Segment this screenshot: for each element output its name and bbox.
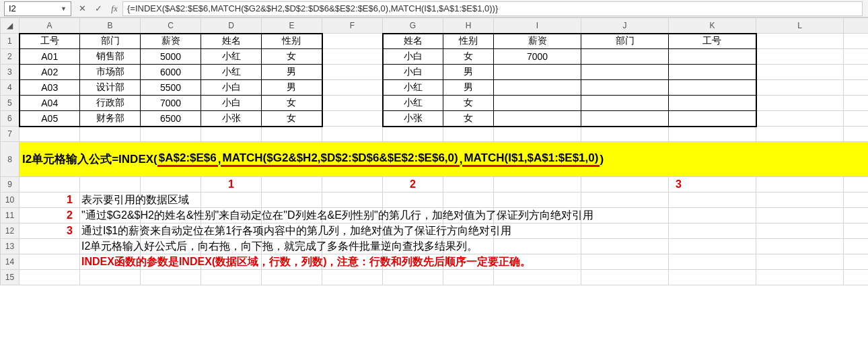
cell[interactable]	[669, 254, 756, 270]
cell[interactable]	[581, 65, 669, 80]
cell[interactable]	[262, 239, 322, 254]
cell[interactable]	[844, 270, 869, 285]
cell[interactable]	[262, 177, 322, 193]
cell[interactable]: 3	[20, 223, 80, 239]
cell[interactable]	[756, 96, 844, 111]
cell[interactable]	[844, 127, 869, 142]
cell[interactable]	[581, 223, 669, 239]
cell[interactable]	[80, 270, 141, 285]
cell[interactable]: 小红	[383, 96, 443, 111]
row-header[interactable]: 11	[1, 208, 20, 223]
cell[interactable]	[443, 177, 494, 193]
cell[interactable]: A05	[20, 111, 80, 127]
cell[interactable]: 表示要引用的数据区域	[80, 193, 141, 208]
cell[interactable]	[844, 254, 869, 270]
cell[interactable]	[20, 177, 80, 193]
cell[interactable]	[756, 254, 844, 270]
cell[interactable]	[443, 127, 494, 142]
cell[interactable]: 小白	[201, 80, 262, 96]
row-header[interactable]: 15	[1, 270, 20, 285]
cell[interactable]	[262, 223, 322, 239]
cell[interactable]: 女	[262, 111, 322, 127]
cell[interactable]	[844, 80, 869, 96]
cell[interactable]	[844, 239, 869, 254]
row-header[interactable]: 10	[1, 193, 20, 208]
cell[interactable]	[201, 208, 262, 223]
cell[interactable]	[494, 65, 581, 80]
col-header[interactable]: B	[80, 18, 141, 34]
col-header[interactable]: H	[443, 18, 494, 34]
cell[interactable]	[141, 127, 201, 142]
row-header[interactable]: 13	[1, 239, 20, 254]
cell[interactable]: 姓名	[201, 34, 262, 49]
cell[interactable]	[844, 65, 869, 80]
cell[interactable]	[443, 193, 494, 208]
cell[interactable]: 性别	[443, 34, 494, 49]
cell[interactable]	[383, 239, 443, 254]
cell[interactable]: 工号	[20, 34, 80, 49]
row-header[interactable]: 1	[1, 34, 20, 49]
cell[interactable]	[201, 127, 262, 142]
cell[interactable]	[844, 34, 869, 49]
cell[interactable]	[443, 223, 494, 239]
cell[interactable]	[322, 177, 383, 193]
cell[interactable]: 5000	[141, 49, 201, 65]
col-header[interactable]: I	[494, 18, 581, 34]
row-header[interactable]: 7	[1, 127, 20, 142]
cell[interactable]: 小红	[201, 49, 262, 65]
formula-explain-cell[interactable]: I2单元格输入公式=INDEX( $A$2:$E$6 , MATCH($G2&$…	[20, 142, 869, 177]
cell[interactable]: 薪资	[141, 34, 201, 49]
cell[interactable]	[669, 111, 756, 127]
cell[interactable]	[844, 96, 869, 111]
cell[interactable]	[80, 177, 141, 193]
cell[interactable]	[756, 127, 844, 142]
cell[interactable]	[262, 127, 322, 142]
cell[interactable]: 女	[443, 49, 494, 65]
cell[interactable]	[494, 127, 581, 142]
cell[interactable]	[20, 254, 80, 270]
cell[interactable]	[20, 127, 80, 142]
cell[interactable]	[322, 239, 383, 254]
cell[interactable]: 小红	[201, 65, 262, 80]
cell[interactable]	[383, 223, 443, 239]
col-header[interactable]: L	[756, 18, 844, 34]
cell[interactable]	[844, 223, 869, 239]
cell[interactable]	[494, 208, 581, 223]
cell[interactable]	[141, 177, 201, 193]
cell[interactable]	[494, 254, 581, 270]
cell[interactable]: 2	[383, 177, 443, 193]
cell[interactable]	[581, 239, 669, 254]
cell[interactable]	[756, 270, 844, 285]
cell[interactable]	[141, 239, 201, 254]
enter-icon[interactable]: ✓	[90, 3, 106, 13]
cell[interactable]	[494, 96, 581, 111]
cell[interactable]: 女	[443, 96, 494, 111]
cell[interactable]: A01	[20, 49, 80, 65]
row-header[interactable]: 6	[1, 111, 20, 127]
cell[interactable]	[262, 270, 322, 285]
cell[interactable]	[322, 111, 383, 127]
name-box-dropdown-icon[interactable]: ▼	[61, 5, 67, 12]
col-header[interactable]: C	[141, 18, 201, 34]
cell[interactable]	[669, 193, 756, 208]
cell[interactable]	[383, 270, 443, 285]
cell[interactable]	[201, 193, 262, 208]
cell[interactable]	[322, 34, 383, 49]
cell[interactable]: 姓名	[383, 34, 443, 49]
cell[interactable]: 小红	[383, 80, 443, 96]
cell[interactable]	[581, 80, 669, 96]
col-header[interactable]: D	[201, 18, 262, 34]
cell[interactable]: 1	[20, 193, 80, 208]
cell[interactable]	[669, 80, 756, 96]
cell[interactable]: 小白	[383, 49, 443, 65]
cell[interactable]	[581, 208, 669, 223]
cell[interactable]	[844, 177, 869, 193]
select-all-corner[interactable]: ◢	[1, 18, 20, 34]
spreadsheet-grid[interactable]: ◢ A B C D E F G H I J K L M 1 工号 部门 薪资 姓…	[0, 18, 868, 285]
cell[interactable]	[581, 111, 669, 127]
cell[interactable]: 7000	[141, 96, 201, 111]
cell[interactable]: 女	[262, 49, 322, 65]
cell[interactable]	[322, 270, 383, 285]
row-header[interactable]: 2	[1, 49, 20, 65]
cell[interactable]	[669, 96, 756, 111]
